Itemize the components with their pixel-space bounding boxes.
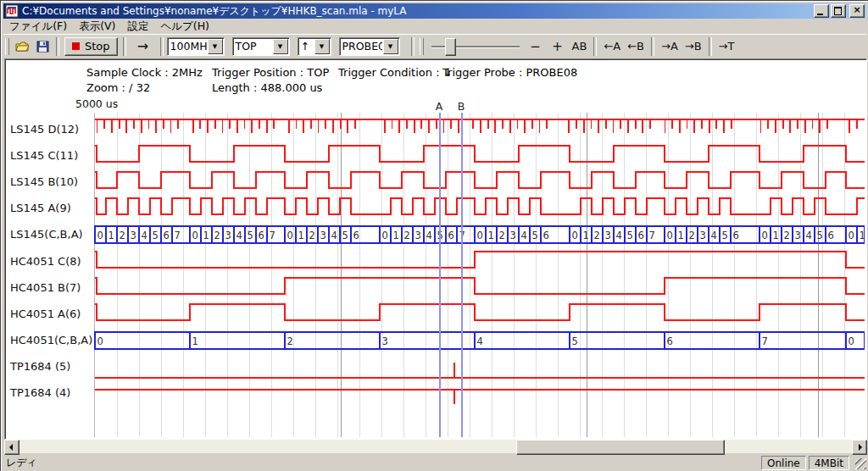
title-bar[interactable]: C:¥Documents and Settings¥noname¥デスクトップ¥…	[3, 3, 866, 19]
toolbar-grip[interactable]	[5, 38, 9, 55]
svg-text:0: 0	[572, 230, 578, 241]
scrollbar-thumb[interactable]	[516, 440, 725, 455]
menu-bar: ファイル(F) 表示(V) 設定 ヘルプ(H)	[3, 19, 866, 34]
svg-text:4: 4	[477, 335, 483, 347]
menu-view[interactable]: 表示(V)	[73, 19, 121, 35]
close-button[interactable]: ×	[849, 4, 865, 18]
app-icon	[5, 4, 19, 18]
svg-text:4: 4	[142, 230, 147, 241]
goto-cursor-b-left-button[interactable]: ←B	[624, 37, 648, 56]
svg-text:5000 us: 5000 us	[75, 97, 118, 110]
trigger-edge-value: ↑	[298, 40, 314, 53]
svg-text:1: 1	[488, 230, 494, 241]
scroll-left-button[interactable]	[4, 440, 19, 455]
sample-clock-value: 100MHz	[168, 40, 207, 53]
svg-text:6: 6	[353, 230, 359, 241]
svg-text:2: 2	[287, 335, 293, 347]
svg-text:4: 4	[806, 230, 812, 241]
svg-text:5: 5	[342, 230, 348, 241]
resize-grip[interactable]	[855, 458, 866, 469]
dropdown-arrow-icon[interactable]: ▼	[314, 39, 330, 54]
goto-trigger-button[interactable]: →T	[715, 37, 738, 56]
svg-text:7: 7	[270, 230, 275, 241]
svg-text:TP1684 (4): TP1684 (4)	[9, 386, 70, 399]
svg-text:2: 2	[214, 230, 220, 241]
stop-button[interactable]: Stop	[64, 37, 118, 56]
stop-label: Stop	[85, 40, 110, 53]
svg-text:3: 3	[795, 230, 801, 241]
svg-text:5: 5	[153, 230, 159, 241]
svg-text:2: 2	[499, 230, 505, 241]
dropdown-arrow-icon[interactable]: ▼	[208, 39, 223, 54]
menu-help[interactable]: ヘルプ(H)	[154, 19, 215, 35]
svg-text:6: 6	[448, 230, 454, 241]
toolbar-separator	[160, 37, 164, 56]
maximize-button[interactable]	[831, 4, 846, 18]
info-length: Length : 488.000 us	[212, 81, 322, 94]
run-button[interactable]: →	[130, 37, 157, 56]
svg-text:5: 5	[572, 335, 578, 347]
waveform-panel[interactable]: 5000 usLS145 D(12)LS145 C(11)LS145 B(10)…	[5, 95, 865, 437]
dropdown-arrow-icon[interactable]: ▼	[383, 39, 398, 54]
menu-file[interactable]: ファイル(F)	[3, 19, 73, 35]
save-floppy-icon	[36, 41, 49, 53]
svg-text:1: 1	[583, 230, 589, 241]
trigger-probe-combo[interactable]: PROBE00 ▼	[339, 37, 400, 56]
zoom-slider[interactable]	[431, 37, 520, 56]
sample-clock-combo[interactable]: 100MHz ▼	[167, 37, 225, 56]
svg-text:0: 0	[287, 230, 293, 241]
svg-text:5: 5	[722, 230, 728, 241]
scroll-right-button[interactable]	[852, 440, 867, 455]
svg-text:0: 0	[849, 335, 854, 347]
svg-text:HC4051(C,B,A): HC4051(C,B,A)	[10, 334, 92, 346]
save-button[interactable]	[33, 37, 53, 56]
status-online-badge: Online	[761, 456, 806, 470]
svg-text:0: 0	[192, 230, 198, 241]
menu-settings[interactable]: 設定	[121, 19, 154, 35]
svg-text:3: 3	[131, 230, 136, 241]
svg-text:HC4051 B(7): HC4051 B(7)	[10, 281, 81, 294]
status-bar: レディ Online 4MBit	[3, 456, 867, 470]
horizontal-scrollbar[interactable]	[4, 440, 865, 453]
toolbar-grip[interactable]	[420, 38, 424, 55]
dropdown-arrow-icon[interactable]: ▼	[273, 39, 288, 54]
toolbar-band-separator	[411, 37, 415, 56]
svg-text:0: 0	[97, 230, 103, 241]
svg-text:0: 0	[762, 230, 768, 241]
svg-text:4: 4	[616, 230, 622, 241]
svg-text:1: 1	[108, 230, 114, 241]
svg-text:6: 6	[638, 230, 644, 241]
svg-text:HC4051 C(8): HC4051 C(8)	[10, 255, 81, 268]
svg-text:3: 3	[700, 230, 706, 241]
svg-text:5: 5	[817, 230, 823, 241]
goto-cursor-a-right-button[interactable]: →A	[658, 37, 682, 56]
svg-text:0: 0	[667, 230, 673, 241]
svg-text:6: 6	[733, 230, 739, 241]
svg-text:3: 3	[510, 230, 516, 241]
open-button[interactable]	[12, 37, 33, 56]
zoom-in-button[interactable]: +	[547, 37, 569, 56]
info-trigger-condition: Trigger Condition : ↓	[338, 66, 453, 79]
trigger-edge-combo[interactable]: ↑ ▼	[298, 37, 331, 56]
info-sample-clock: Sample Clock : 2MHz	[86, 66, 203, 79]
zoom-out-button[interactable]: −	[525, 37, 547, 56]
trigger-position-value: TOP	[233, 40, 272, 53]
zoom-ab-button[interactable]: AB	[569, 37, 591, 56]
window-title: C:¥Documents and Settings¥noname¥デスクトップ¥…	[22, 4, 814, 19]
toolbar-separator	[123, 37, 126, 56]
svg-text:1: 1	[773, 230, 779, 241]
svg-text:5: 5	[532, 230, 538, 241]
goto-cursor-a-left-button[interactable]: ←A	[600, 37, 624, 56]
zoom-slider-handle[interactable]	[445, 38, 456, 56]
minimize-button[interactable]	[814, 4, 829, 18]
goto-cursor-b-right-button[interactable]: →B	[682, 37, 705, 56]
svg-text:2: 2	[309, 230, 315, 241]
status-message: レディ	[3, 456, 761, 470]
svg-text:6: 6	[543, 230, 549, 241]
svg-text:5: 5	[627, 230, 633, 241]
toolbar: Stop → 100MHz ▼ TOP ▼ ↑ ▼ PROBE00 ▼ − + …	[3, 34, 866, 58]
trigger-position-combo[interactable]: TOP ▼	[232, 37, 290, 56]
svg-text:LS145 B(10): LS145 B(10)	[10, 175, 78, 188]
svg-text:3: 3	[225, 230, 231, 241]
scroll-right-icon	[859, 444, 862, 451]
